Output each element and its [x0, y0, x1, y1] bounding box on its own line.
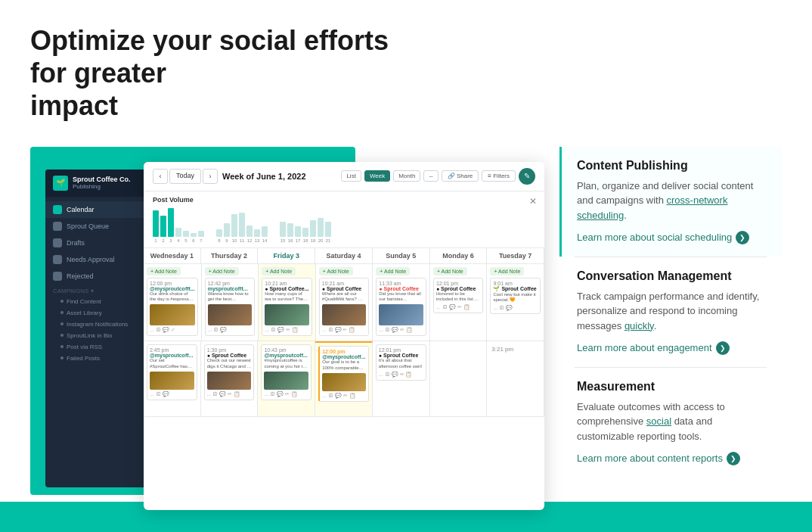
post-card-tue-1[interactable]: 9:01 am 🌱 Sprout Coffee Cool new but mak…: [490, 278, 541, 315]
cal-header-sat: Saturday 4: [315, 248, 373, 263]
app-screenshot: 🌱 Sprout Coffee Co. Publishing Calendar …: [30, 147, 529, 510]
learn-more-scheduling-link[interactable]: Learn more about social scheduling ❯: [577, 231, 749, 244]
post-card-sun-2[interactable]: 12:01 pm ● Sprout Coffee It's all about …: [376, 344, 426, 381]
cal-cell-fri-2: 10:43 pm @mysproutcoff... #mysproutcoffe…: [258, 341, 315, 417]
nav-arrows: ‹ Today ›: [153, 169, 218, 184]
drafts-icon: [53, 238, 62, 247]
post-img-wed-1: [150, 304, 195, 325]
chart-labels: 1 2 3 4 5 6 7: [153, 238, 204, 243]
feature-desc-publishing: Plan, organize and deliver social conten…: [577, 179, 767, 223]
features-panel: Content Publishing Plan, organize and de…: [559, 147, 782, 478]
view-more-btn[interactable]: --: [423, 170, 438, 182]
post-card-wed-1[interactable]: 12:00 pm @mysproutcofft... Our drink cho…: [147, 278, 198, 337]
cal-cell-thu-2: 1:30 pm ● Sprout Coffee Check out our ne…: [201, 341, 259, 417]
sidebar-item-drafts[interactable]: Drafts: [45, 235, 144, 251]
post-card-fri-2[interactable]: 10:43 pm @mysproutcoff... #mysproutcoffe…: [261, 344, 311, 400]
cal-header-wed: Wednesday 1: [144, 248, 201, 263]
post-card-sat-2[interactable]: 12:00 pm @mysproutcoff... Our goal is to…: [318, 346, 369, 402]
app-main-window: ‹ Today › Week of June 1, 2022 List Week…: [144, 162, 544, 510]
feature-title-measurement: Measurement: [577, 380, 767, 394]
learn-more-engagement-link[interactable]: Learn more about engagement ❯: [577, 341, 730, 355]
feature-conversation-management: Conversation Management Track campaign p…: [559, 257, 782, 367]
sidebar-item-rejected[interactable]: Rejected: [45, 268, 144, 285]
feature-title-conversation: Conversation Management: [577, 269, 767, 283]
page-headline: Optimize your social efforts for greater…: [30, 24, 423, 123]
app-nav-right: List Week Month -- 🔗 Share ≡ Filters ✎: [341, 168, 535, 185]
add-note-sun[interactable]: + Add Note: [376, 267, 410, 275]
post-card-sat-1[interactable]: 10:21 am ● Sprout Coffee Where are all o…: [319, 278, 370, 337]
add-note-sat[interactable]: + Add Note: [319, 267, 353, 275]
feature-title-publishing: Content Publishing: [577, 159, 767, 173]
post-card-fri-1[interactable]: 10:21 am ● Sprout Coffee... How many cup…: [262, 278, 312, 337]
view-week-btn[interactable]: Week: [364, 170, 390, 182]
sidebar-item-needs-approval[interactable]: Needs Approval: [45, 251, 144, 268]
post-card-sun-1[interactable]: 11:33 am ● Sprout Coffee Did you know th…: [376, 278, 426, 337]
bar-6: [191, 233, 197, 237]
close-chart-btn[interactable]: ✕: [529, 196, 537, 207]
post-card-thu-2[interactable]: 1:30 pm ● Sprout Coffee Check out our ne…: [204, 344, 255, 400]
chart-labels-2: 8 9 10 11 12 13 14: [216, 238, 268, 243]
prev-btn[interactable]: ‹: [153, 169, 168, 184]
app-sidebar: 🌱 Sprout Coffee Co. Publishing Calendar …: [45, 170, 144, 487]
cal-cell-fri: + Add Note 10:21 am ● Sprout Coffee... H…: [259, 264, 316, 342]
cal-cell-mon: + Add Note 12:01 pm ● Sprout Coffee Hono…: [430, 264, 488, 342]
add-note-wed[interactable]: + Add Note: [147, 267, 181, 275]
sidebar-item-queue[interactable]: Sprout Queue: [45, 218, 144, 235]
rejected-icon: [53, 272, 62, 281]
filters-btn[interactable]: ≡ Filters: [482, 170, 516, 182]
calendar-body-row-2: 2:45 pm @mysproutcoff... Our set #Sprout…: [144, 341, 544, 417]
add-note-thu[interactable]: + Add Note: [205, 267, 239, 275]
post-img-sun-1: [379, 304, 423, 325]
learn-more-reports-link[interactable]: Learn more about content reports ❯: [577, 452, 740, 465]
bar-3: [168, 208, 174, 237]
cal-cell-sun: + Add Note 11:33 am ● Sprout Coffee Did …: [373, 264, 430, 342]
view-month-btn[interactable]: Month: [393, 170, 420, 182]
cal-cell-mon-2: [430, 341, 488, 417]
sidebar-sub-instagram[interactable]: Instagram Notifications: [45, 319, 144, 330]
cal-cell-wed: + Add Note 12:00 pm @mysproutcofft... Ou…: [144, 264, 202, 342]
next-btn[interactable]: ›: [203, 169, 218, 184]
compose-btn[interactable]: ✎: [519, 168, 535, 185]
post-img-fri-1: [265, 304, 309, 325]
cal-header-mon: Monday 6: [430, 248, 488, 263]
bar-7: [198, 231, 204, 237]
chart-bars-2: [216, 207, 268, 237]
share-btn[interactable]: 🔗 Share: [442, 170, 479, 182]
cal-cell-tue-2: 3:21 pm: [487, 341, 544, 417]
week-label: Week of June 1, 2022: [222, 172, 305, 181]
bar-2: [160, 216, 166, 237]
calendar-body-row-1: + Add Note 12:00 pm @mysproutcofft... Ou…: [144, 264, 544, 342]
view-list-btn[interactable]: List: [341, 170, 361, 182]
post-card-thu-1[interactable]: 12:42 pm mysproutcofft... Wanna know how…: [205, 278, 256, 337]
learn-more-reports-icon: ❯: [727, 452, 740, 465]
add-note-fri[interactable]: + Add Note: [262, 267, 296, 275]
sidebar-sub-rss[interactable]: Post via RSS: [45, 341, 144, 353]
feature-desc-measurement: Evaluate outcomes with access to compreh…: [577, 400, 767, 444]
add-note-tue[interactable]: + Add Note: [490, 267, 524, 275]
post-card-wed-2[interactable]: 2:45 pm @mysproutcoff... Our set #Sprout…: [147, 344, 197, 400]
learn-more-scheduling-icon: ❯: [736, 231, 749, 244]
cal-cell-tue: + Add Note 9:01 am 🌱 Sprout Coffee Cool …: [487, 264, 544, 342]
post-volume-section: Post Volume: [144, 191, 544, 248]
cal-cell-sat: + Add Note 10:21 am ● Sprout Coffee Wher…: [316, 264, 373, 342]
sidebar-sub-find-content[interactable]: Find Content: [45, 296, 144, 307]
app-nav-left: ‹ Today › Week of June 1, 2022: [153, 169, 306, 184]
sidebar-item-calendar[interactable]: Calendar: [45, 201, 144, 218]
feature-content-publishing: Content Publishing Plan, organize and de…: [559, 147, 782, 257]
calendar-header: Wednesday 1 Thursday 2 Friday 3 Saturday…: [144, 248, 544, 264]
cal-cell-sat-2: 12:00 pm @mysproutcoff... Our goal is to…: [315, 341, 373, 417]
sidebar-sub-sproutlink[interactable]: SproutLink in Bio: [45, 330, 144, 341]
post-card-mon-1[interactable]: 12:01 pm ● Sprout Coffee Honored to be i…: [433, 278, 484, 314]
sidebar-company: Sprout Coffee Co.: [73, 176, 131, 183]
today-btn[interactable]: Today: [169, 169, 201, 184]
sidebar-sub-failed[interactable]: Failed Posts: [45, 353, 144, 364]
sidebar-logo: 🌱: [53, 176, 68, 191]
bar-4: [175, 228, 181, 237]
post-img-sat-1: [322, 304, 367, 325]
add-note-mon[interactable]: + Add Note: [433, 267, 467, 275]
cal-cell-thu: + Add Note 12:42 pm mysproutcofft... Wan…: [202, 264, 259, 342]
chart-bars-3: [280, 207, 331, 237]
sidebar-sub-asset-library[interactable]: Asset Library: [45, 307, 144, 319]
learn-more-engagement-icon: ❯: [716, 341, 730, 355]
queue-icon: [53, 222, 62, 231]
